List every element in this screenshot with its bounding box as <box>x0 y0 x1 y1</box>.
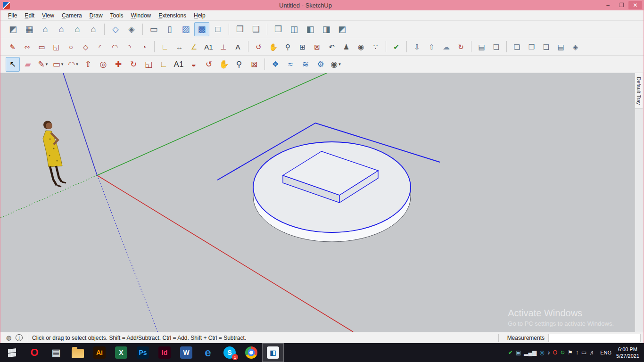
tray-graphics-icon[interactable]: ▣ <box>516 350 521 355</box>
taskbar-indesign[interactable]: Id <box>154 343 175 362</box>
text-tool-icon[interactable]: A1 <box>172 57 186 72</box>
3d-viewport[interactable]: Activate Windows Go to PC settings to ac… <box>0 73 635 332</box>
share-model-icon[interactable]: ⇧ <box>425 40 438 53</box>
tray-sync-icon[interactable]: ↻ <box>560 350 565 355</box>
start-button[interactable] <box>0 343 24 362</box>
taskbar-word[interactable]: W <box>175 343 197 362</box>
menu-extensions[interactable]: Extensions <box>155 11 190 20</box>
line-tool-icon[interactable]: ✎▾ <box>36 57 50 72</box>
extension-warehouse-icon[interactable]: ↻ <box>454 40 468 53</box>
tray-dell-icon[interactable]: ◎ <box>539 350 544 355</box>
menu-camera[interactable]: Camera <box>58 11 86 20</box>
taskbar-excel[interactable]: X <box>110 343 132 362</box>
taskbar-skype[interactable]: S1 <box>219 343 240 362</box>
tray-network-icon[interactable]: ▭ <box>581 350 586 355</box>
view-left-icon[interactable]: ⌂ <box>86 22 101 36</box>
tray-antivirus-icon[interactable]: ✔ <box>508 350 513 355</box>
tray-flag-icon[interactable]: ⚑ <box>568 350 573 355</box>
view-back-icon[interactable]: ⌂ <box>70 22 85 36</box>
face-style-back-edges-icon[interactable]: ◈ <box>124 22 139 36</box>
face-style-xray-icon[interactable]: ◇ <box>108 22 123 36</box>
taskbar-chrome[interactable] <box>240 343 262 362</box>
zoom-extents-tool-icon[interactable]: ⊠ <box>247 57 261 72</box>
taskbar-opera[interactable]: O <box>24 343 45 362</box>
solid-union-icon[interactable]: ◧ <box>303 22 318 36</box>
orbit-tool-icon[interactable]: ↺ <box>202 57 216 72</box>
menu-window[interactable]: Window <box>127 11 155 20</box>
look-around-tool-icon[interactable]: ◉ <box>354 40 368 53</box>
rectangle-tool-icon[interactable]: ▭ <box>35 40 49 53</box>
match-photo-icon[interactable]: ▤ <box>475 40 488 53</box>
default-tray-tab[interactable]: Default Tray <box>635 73 643 109</box>
language-indicator[interactable]: ENG <box>600 350 611 355</box>
tape-measure-tool-icon[interactable]: ∟ <box>157 57 171 72</box>
close-button[interactable]: ✕ <box>628 1 642 9</box>
menu-edit[interactable]: Edit <box>21 11 38 20</box>
zoom-extents-tool-icon[interactable]: ⊠ <box>310 40 324 53</box>
position-camera-tool-icon[interactable]: ♟ <box>339 40 353 53</box>
push-pull-tool-icon[interactable]: ⇧ <box>81 57 95 72</box>
titlebar[interactable]: Untitled - SketchUp – ❐ ✕ <box>0 0 644 10</box>
axes-tool-icon[interactable]: ⊥ <box>216 40 230 53</box>
measurements-input[interactable] <box>548 334 641 342</box>
face-style-hidden-line-icon[interactable]: ▯ <box>162 22 177 36</box>
info-icon[interactable]: i <box>16 334 23 341</box>
dropdown-arrow-icon[interactable]: ▾ <box>46 62 48 66</box>
restore-button[interactable]: ❐ <box>615 1 628 9</box>
dropdown-arrow-icon[interactable]: ▾ <box>76 62 78 66</box>
face-style-monochrome-icon[interactable]: □ <box>210 22 225 36</box>
solid-intersect-icon[interactable]: ◫ <box>287 22 302 36</box>
dropdown-arrow-icon[interactable]: ▾ <box>339 62 341 66</box>
taskbar-sketchup[interactable]: ◧ <box>262 343 284 362</box>
eraser-tool-icon[interactable]: ▰ <box>21 57 35 72</box>
face-style-shaded-icon[interactable]: ▨ <box>178 22 193 36</box>
smooth-edges-icon[interactable]: ≋ <box>298 57 313 72</box>
rotate-tool-icon[interactable]: ↻ <box>126 57 140 72</box>
view-top-icon[interactable]: ▦ <box>22 22 37 36</box>
styles-panel-icon[interactable]: ❑ <box>539 40 553 53</box>
photo-texture-icon[interactable]: ❏ <box>489 40 503 53</box>
model-checkup-icon[interactable]: ✔ <box>389 40 403 53</box>
taskbar-file-explorer[interactable] <box>67 343 89 362</box>
lock-panel-icon[interactable]: ◈ <box>569 40 582 53</box>
section-planes-toggle-icon[interactable]: ❐ <box>232 22 248 36</box>
pie-tool-icon[interactable]: ◔ <box>137 40 151 53</box>
dropdown-arrow-icon[interactable]: ▾ <box>61 62 64 66</box>
solid-outer-shell-icon[interactable]: ❒ <box>271 22 286 36</box>
orbit-tool-icon[interactable]: ↺ <box>252 40 265 53</box>
soften-edges-icon[interactable]: ≈ <box>283 57 297 72</box>
scale-tool-icon[interactable]: ◱ <box>141 57 156 72</box>
minimize-button[interactable]: – <box>601 1 615 9</box>
components-panel-icon[interactable]: ❐ <box>525 40 538 53</box>
two-point-arc-tool-icon[interactable]: ◠ <box>108 40 122 53</box>
face-style-shaded-textures-icon[interactable]: ▩ <box>194 22 209 36</box>
classifier-icon[interactable]: ❖ <box>268 57 282 72</box>
taskbar-photoshop[interactable]: Ps <box>132 343 154 362</box>
view-front-icon[interactable]: ⌂ <box>38 22 53 36</box>
zoom-tool-icon[interactable]: ⚲ <box>281 40 295 53</box>
select-tool-icon[interactable]: ↖ <box>6 57 20 72</box>
3d-text-tool-icon[interactable]: A <box>231 40 245 53</box>
pan-tool-icon[interactable]: ✋ <box>266 40 280 53</box>
tape-measure-tool-icon[interactable]: ∟ <box>158 40 172 53</box>
solid-trim-icon[interactable]: ◩ <box>335 22 350 36</box>
zoom-previous-tool-icon[interactable]: ↶ <box>325 40 339 53</box>
layers-panel-icon[interactable]: ▤ <box>554 40 568 53</box>
menu-view[interactable]: View <box>38 11 58 20</box>
circle-tool-icon[interactable]: ○ <box>64 40 78 53</box>
follow-me-tool-icon[interactable]: ◎ <box>96 57 110 72</box>
move-tool-icon[interactable]: ✚ <box>111 57 125 72</box>
pan-tool-icon[interactable]: ✋ <box>217 57 231 72</box>
tray-volume-icon[interactable]: ♬ <box>589 350 595 355</box>
view-right-icon[interactable]: ⌂ <box>54 22 69 36</box>
shapes-tool-icon[interactable]: ▭▾ <box>51 57 65 72</box>
text-tool-icon[interactable]: A1 <box>202 40 215 53</box>
paint-bucket-tool-icon[interactable]: ◒ <box>187 57 201 72</box>
menu-file[interactable]: File <box>4 11 21 20</box>
solid-subtract-icon[interactable]: ◨ <box>319 22 334 36</box>
geolocation-icon[interactable]: ◍ <box>5 334 13 342</box>
taskbar-office-app[interactable]: ▤ <box>45 343 67 362</box>
menu-tools[interactable]: Tools <box>107 11 127 20</box>
tray-usb-icon[interactable]: ↑ <box>576 350 578 355</box>
taskbar-edge[interactable]: e <box>197 343 219 362</box>
